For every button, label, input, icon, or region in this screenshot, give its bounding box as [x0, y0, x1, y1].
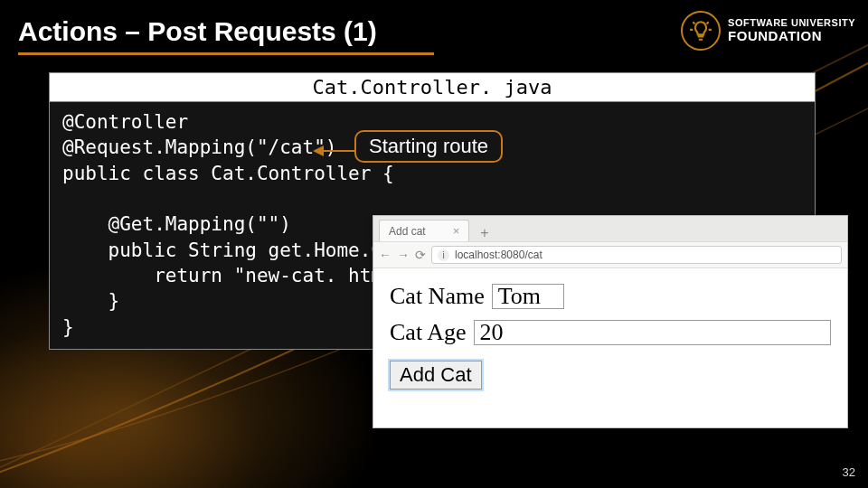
logo: SOFTWARE UNIVERSITY FOUNDATION	[681, 11, 855, 51]
tab-title: Add cat	[389, 225, 426, 238]
browser-window: Add cat × + ← → ⟳ i localhost:8080/cat C…	[373, 215, 848, 428]
url-text: localhost:8080/cat	[455, 249, 542, 261]
forward-icon[interactable]: →	[397, 248, 410, 262]
age-label: Cat Age	[390, 319, 467, 346]
code-filename: Cat.Controller. java	[50, 73, 815, 102]
browser-navbar: ← → ⟳ i localhost:8080/cat	[373, 241, 847, 268]
browser-page: Cat Name Tom Cat Age 20 Add Cat	[373, 268, 847, 404]
page-number: 32	[843, 465, 855, 479]
url-input[interactable]: i localhost:8080/cat	[431, 246, 842, 264]
close-icon[interactable]: ×	[453, 224, 460, 238]
name-label: Cat Name	[390, 283, 485, 310]
browser-tabbar: Add cat × +	[373, 216, 847, 241]
title-underline	[18, 52, 434, 55]
submit-button[interactable]: Add Cat	[390, 361, 482, 389]
logo-line2: FOUNDATION	[728, 29, 855, 43]
info-icon: i	[438, 249, 449, 261]
reload-icon[interactable]: ⟳	[415, 248, 426, 262]
callout-label: Starting route	[354, 130, 503, 163]
lightbulb-icon	[681, 11, 721, 51]
name-field[interactable]: Tom	[492, 284, 564, 309]
arrow-left-icon	[313, 144, 356, 158]
slide-title: Actions – Post Requests (1)	[18, 16, 377, 47]
browser-tab[interactable]: Add cat ×	[379, 220, 469, 241]
back-icon[interactable]: ←	[379, 248, 392, 262]
new-tab-button[interactable]: +	[475, 225, 494, 241]
svg-marker-1	[313, 145, 324, 156]
age-field[interactable]: 20	[474, 320, 832, 345]
